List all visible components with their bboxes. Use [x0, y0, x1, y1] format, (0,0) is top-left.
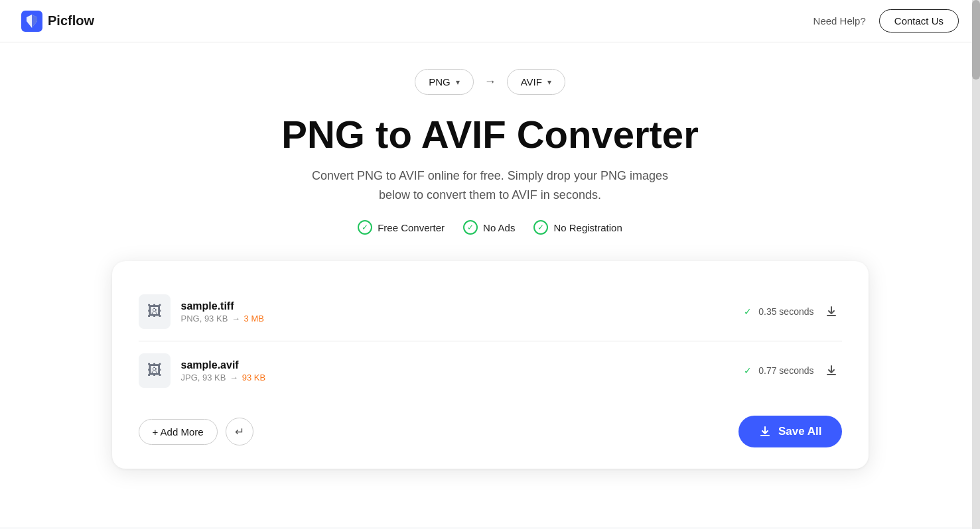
badge-check-icon-reg: ✓ [533, 220, 548, 235]
to-format-chevron-icon: ▾ [547, 78, 551, 87]
add-more-button[interactable]: + Add More [139, 419, 218, 445]
file-name-2: sample.avif [181, 359, 734, 371]
file-meta-arrow-1: → [232, 314, 243, 323]
file-status-1: ✓ 0.35 seconds [744, 301, 841, 322]
file-meta-to-1: 3 MB [244, 314, 264, 323]
scrollbar-thumb[interactable] [972, 0, 980, 80]
from-format-chevron-icon: ▾ [456, 78, 460, 87]
contact-button[interactable]: Contact Us [879, 9, 959, 32]
file-info-1: sample.tiff PNG, 93 KB → 3 MB [181, 300, 734, 323]
from-format-button[interactable]: PNG ▾ [415, 69, 474, 95]
status-check-icon-2: ✓ [744, 365, 752, 376]
download-button-2[interactable] [821, 360, 842, 381]
logo[interactable]: Picflow [21, 11, 94, 32]
file-row-2: 🖼 sample.avif JPG, 93 KB → 93 KB ✓ 0.77 … [139, 341, 842, 400]
file-row-1: 🖼 sample.tiff PNG, 93 KB → 3 MB ✓ 0.35 s… [139, 282, 842, 341]
file-icon-wrap-2: 🖼 [139, 353, 171, 388]
from-format-label: PNG [429, 76, 451, 88]
save-all-label: Save All [778, 425, 822, 438]
card-bottom: + Add More ↵ Save All [139, 416, 842, 447]
file-meta-from-2: JPG, 93 KB [181, 373, 226, 382]
logo-text: Picflow [48, 13, 94, 29]
download-button-1[interactable] [821, 301, 842, 322]
file-icon-2: 🖼 [147, 362, 162, 379]
save-all-icon [758, 425, 772, 438]
main-content: PNG ▾ → AVIF ▾ PNG to AVIF Converter Con… [0, 42, 980, 527]
to-format-label: AVIF [521, 76, 542, 88]
badge-free-converter: ✓ Free Converter [358, 220, 445, 235]
header-right: Need Help? Contact Us [813, 9, 959, 32]
file-meta-arrow-2: → [230, 373, 241, 382]
format-arrow-icon: → [484, 75, 496, 89]
hero-subtitle: Convert PNG to AVIF online for free. Sim… [305, 166, 676, 205]
file-time-2: 0.77 seconds [758, 365, 813, 376]
file-status-2: ✓ 0.77 seconds [744, 360, 841, 381]
upload-card: 🖼 sample.tiff PNG, 93 KB → 3 MB ✓ 0.35 s… [112, 261, 869, 469]
logo-icon [21, 11, 42, 32]
badge-no-ads-label: No Ads [483, 222, 515, 233]
reset-button[interactable]: ↵ [226, 418, 253, 445]
bottom-left-actions: + Add More ↵ [139, 418, 253, 445]
save-all-button[interactable]: Save All [738, 416, 842, 447]
file-time-1: 0.35 seconds [758, 306, 813, 317]
badge-no-registration: ✓ No Registration [533, 220, 622, 235]
badge-check-icon-free: ✓ [358, 220, 372, 235]
file-info-2: sample.avif JPG, 93 KB → 93 KB [181, 359, 734, 382]
format-selector: PNG ▾ → AVIF ▾ [415, 69, 565, 95]
badges-row: ✓ Free Converter ✓ No Ads ✓ No Registrat… [358, 220, 622, 235]
to-format-button[interactable]: AVIF ▾ [507, 69, 565, 95]
status-check-icon-1: ✓ [744, 306, 752, 317]
badge-no-reg-label: No Registration [553, 222, 622, 233]
file-meta-1: PNG, 93 KB → 3 MB [181, 314, 734, 323]
scrollbar[interactable] [972, 0, 980, 529]
file-icon-wrap-1: 🖼 [139, 294, 171, 329]
hero-title: PNG to AVIF Converter [281, 113, 698, 156]
header: Picflow Need Help? Contact Us [0, 0, 980, 42]
badge-no-ads: ✓ No Ads [463, 220, 515, 235]
file-meta-2: JPG, 93 KB → 93 KB [181, 373, 734, 382]
file-name-1: sample.tiff [181, 300, 734, 312]
badge-check-icon-ads: ✓ [463, 220, 478, 235]
file-meta-to-2: 93 KB [242, 373, 265, 382]
file-icon-1: 🖼 [147, 303, 162, 320]
file-meta-from-1: PNG, 93 KB [181, 314, 228, 323]
badge-free-label: Free Converter [378, 222, 445, 233]
need-help-label: Need Help? [813, 15, 866, 27]
reset-icon: ↵ [235, 425, 244, 439]
